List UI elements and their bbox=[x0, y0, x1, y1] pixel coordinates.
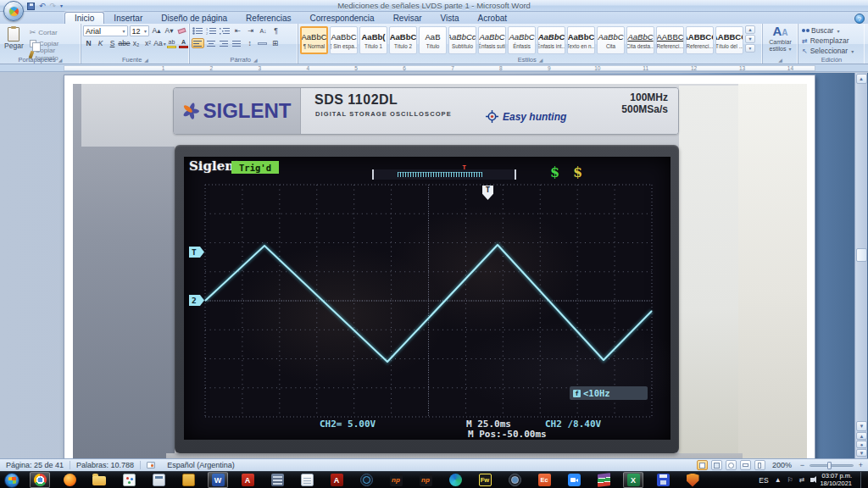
taskbar-antivirus[interactable] bbox=[682, 472, 703, 488]
strikethrough-button[interactable]: abe bbox=[119, 38, 130, 48]
zoom-slider[interactable] bbox=[810, 464, 854, 467]
scroll-up-icon[interactable]: ▲ bbox=[856, 74, 867, 84]
style-texto-en-negrita[interactable]: AaBbCTexto en n... bbox=[567, 26, 595, 54]
next-page-icon[interactable]: ▼ bbox=[856, 449, 867, 457]
scroll-down-icon[interactable]: ▼ bbox=[856, 421, 867, 431]
tab-acrobat[interactable]: Acrobat bbox=[469, 12, 516, 24]
style-referencia-sutil[interactable]: AABBCReferenci... bbox=[656, 26, 684, 54]
style-enfasis-intenso[interactable]: AaBbCÉnfasis int... bbox=[537, 26, 565, 54]
taskbar-edge[interactable] bbox=[445, 472, 465, 488]
taskbar-np-app-1[interactable]: np bbox=[386, 472, 406, 488]
style-titulo[interactable]: AaBTítulo bbox=[419, 26, 447, 54]
taskbar-acrobat[interactable]: A bbox=[237, 472, 258, 488]
shading-button[interactable] bbox=[257, 38, 268, 48]
taskbar-calculator[interactable] bbox=[148, 472, 169, 488]
styles-scroll-down-icon[interactable]: ▼ bbox=[745, 35, 755, 43]
style-referencia-intensa[interactable]: AABBCCReferenci... bbox=[686, 26, 714, 54]
align-right-button[interactable] bbox=[219, 38, 230, 48]
outline-view-button[interactable] bbox=[740, 460, 751, 470]
change-styles-button[interactable]: AA Cambiar estilos ▾ bbox=[765, 25, 796, 53]
increase-indent-button[interactable]: ⇥ bbox=[245, 25, 256, 36]
style-subtitulo[interactable]: AaBbCc.Subtítulo bbox=[448, 26, 476, 54]
cut-button[interactable]: ✂Cortar bbox=[29, 27, 79, 37]
zoom-slider-thumb[interactable] bbox=[827, 462, 832, 469]
taskbar-notepad[interactable] bbox=[297, 472, 317, 488]
align-left-button[interactable] bbox=[192, 38, 204, 48]
styles-scroll-up-icon[interactable]: ▲ bbox=[745, 25, 755, 34]
line-spacing-button[interactable]: ↕ bbox=[244, 38, 255, 48]
zoom-in-icon[interactable]: + bbox=[857, 461, 865, 469]
taskbar-backup-app[interactable] bbox=[653, 472, 673, 488]
taskbar-np-app-2[interactable]: np bbox=[415, 472, 436, 488]
zoom-out-icon[interactable]: − bbox=[798, 461, 806, 469]
taskbar-ec-app[interactable]: Ec bbox=[534, 472, 554, 488]
scrollbar-thumb[interactable] bbox=[856, 248, 867, 262]
undo-icon[interactable]: ↶ bbox=[39, 2, 46, 10]
taskbar-paint[interactable] bbox=[119, 472, 139, 488]
show-paragraph-marks-button[interactable]: ¶ bbox=[270, 25, 281, 36]
paste-button[interactable]: Pegar bbox=[2, 25, 26, 54]
decrease-indent-button[interactable]: ⇤ bbox=[232, 25, 243, 36]
document-page[interactable]: SIGLENT SDS 1102DL DIGITAL STORAGE OSCIL… bbox=[64, 75, 815, 458]
superscript-button[interactable]: x² bbox=[142, 38, 153, 48]
tab-revisar[interactable]: Revisar bbox=[384, 12, 431, 24]
taskbar-adobe-reader[interactable]: A bbox=[326, 472, 347, 488]
hidden-icons-chevron-icon[interactable]: ▲ bbox=[775, 476, 782, 484]
taskbar-excel[interactable]: X bbox=[623, 472, 643, 488]
taskbar-sticky-notes[interactable] bbox=[178, 472, 198, 488]
horizontal-ruler[interactable]: 1234567891011121314 bbox=[0, 64, 868, 72]
taskbar-camera-app[interactable] bbox=[504, 472, 525, 488]
style-normal[interactable]: AaBbC¶ Normal bbox=[300, 26, 328, 54]
shrink-font-button[interactable]: A▾ bbox=[164, 25, 175, 36]
taskbar-zoom[interactable] bbox=[564, 472, 584, 488]
start-button[interactable] bbox=[4, 473, 19, 488]
page-indicator[interactable]: Página: 25 de 41 bbox=[0, 459, 70, 471]
draft-view-button[interactable] bbox=[754, 460, 765, 470]
style-titulo-1[interactable]: AaBb(Título 1 bbox=[359, 26, 387, 54]
redo-icon[interactable]: ↷ bbox=[50, 2, 57, 10]
style-cita[interactable]: AaBbCCita bbox=[597, 26, 625, 54]
tab-inicio[interactable]: Inicio bbox=[64, 12, 104, 24]
multilevel-list-button[interactable] bbox=[219, 25, 231, 36]
qat-dropdown-icon[interactable]: ▾ bbox=[60, 2, 63, 10]
taskbar-proteus[interactable] bbox=[356, 472, 376, 488]
style-titulo-del-libro[interactable]: AABBCCTítulo del ... bbox=[715, 26, 743, 54]
font-size-combo[interactable]: 12▾ bbox=[130, 25, 149, 36]
fullscreen-view-button[interactable] bbox=[711, 460, 722, 470]
taskbar-word[interactable]: W bbox=[208, 472, 228, 488]
style-enfasis-sutil[interactable]: AaBbCÉnfasis sutil bbox=[478, 26, 506, 54]
tab-diseno-de-pagina[interactable]: Diseño de página bbox=[152, 12, 236, 24]
borders-button[interactable]: ⊞ bbox=[270, 38, 281, 48]
office-button[interactable] bbox=[3, 1, 24, 21]
dialog-launcher-icon[interactable]: ◢ bbox=[144, 57, 148, 63]
dialog-launcher-icon[interactable]: ◢ bbox=[58, 57, 63, 63]
style-enfasis[interactable]: AaBbCÉnfasis bbox=[508, 26, 536, 54]
font-color-button[interactable]: A bbox=[178, 38, 189, 48]
align-center-button[interactable] bbox=[206, 38, 217, 48]
show-desktop-button[interactable] bbox=[860, 472, 866, 488]
clock[interactable]: 03:07 p.m. 18/10/2021 bbox=[820, 473, 854, 487]
italic-button[interactable]: K bbox=[95, 38, 106, 48]
highlight-button[interactable]: ab bbox=[166, 38, 177, 48]
styles-more-icon[interactable]: ▾ bbox=[745, 44, 755, 53]
underline-button[interactable]: S bbox=[107, 38, 118, 48]
style-cita-destacada[interactable]: AaBbCCita desta... bbox=[626, 26, 654, 54]
find-button[interactable]: Buscar▾ bbox=[800, 25, 863, 36]
grow-font-button[interactable]: A▴ bbox=[151, 25, 162, 36]
taskbar-file-explorer[interactable] bbox=[89, 472, 109, 488]
zoom-level[interactable]: 200% bbox=[769, 461, 795, 469]
web-layout-view-button[interactable] bbox=[726, 460, 737, 470]
tab-vista[interactable]: Vista bbox=[431, 12, 469, 24]
numbering-button[interactable]: 12 bbox=[205, 25, 217, 36]
dialog-launcher-icon[interactable]: ◢ bbox=[778, 57, 782, 63]
language-indicator[interactable]: Español (Argentina) bbox=[161, 459, 241, 471]
taskbar-chrome[interactable] bbox=[30, 472, 50, 488]
style-titulo-2[interactable]: AaBbCTítulo 2 bbox=[389, 26, 417, 54]
bold-button[interactable]: N bbox=[83, 38, 94, 48]
taskbar-firefox[interactable] bbox=[59, 472, 80, 488]
browse-object-icon[interactable]: ● bbox=[856, 441, 867, 448]
help-icon[interactable]: ? bbox=[854, 14, 865, 24]
save-icon[interactable] bbox=[27, 3, 35, 10]
network-icon[interactable]: ⇄ bbox=[799, 476, 805, 484]
replace-button[interactable]: ⇄Reemplazar bbox=[800, 36, 863, 46]
